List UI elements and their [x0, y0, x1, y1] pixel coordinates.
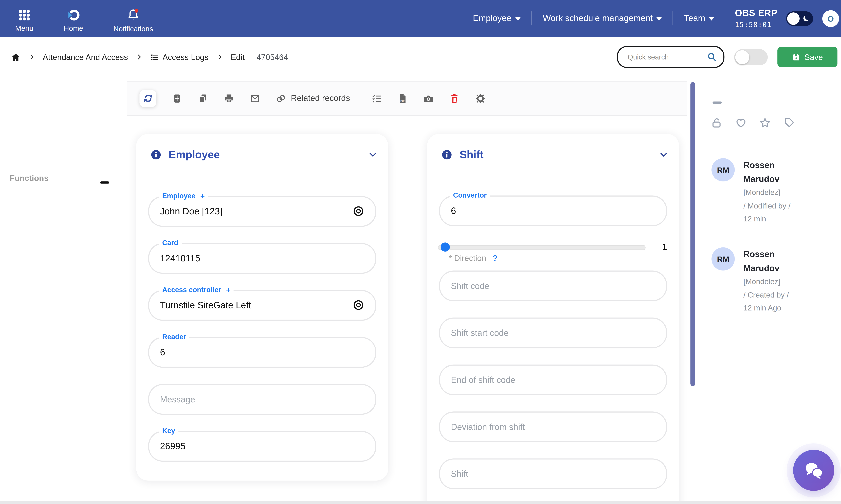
- notification-dot: [135, 9, 138, 13]
- nav-menu-team[interactable]: Team: [673, 14, 725, 23]
- camera-icon[interactable]: [424, 93, 434, 103]
- home-button[interactable]: Home: [64, 8, 83, 32]
- breadcrumb-home[interactable]: [11, 52, 20, 62]
- caret-down-icon: [656, 17, 662, 20]
- activity-action: / Modified by /: [743, 199, 803, 212]
- reader-field[interactable]: Reader 6: [148, 337, 376, 368]
- employee-card: Employee Employee+ John Doe [123] Card 1…: [136, 134, 388, 481]
- end-of-shift-code-field[interactable]: End of shift code: [439, 364, 667, 395]
- avatar: RM: [711, 158, 735, 181]
- record-toolbar: Related records PDF: [127, 81, 687, 115]
- shift-start-code-field[interactable]: Shift start code: [439, 318, 667, 348]
- functions-collapse-button[interactable]: [100, 181, 109, 183]
- refresh-icon: [142, 93, 153, 104]
- key-field[interactable]: Key 26995: [148, 431, 376, 462]
- toggle-knob: [735, 50, 749, 64]
- nav-menu-employee[interactable]: Employee: [462, 14, 531, 23]
- panel-collapse-button[interactable]: [713, 102, 722, 103]
- employee-field[interactable]: Employee+ John Doe [123]: [148, 196, 376, 227]
- functions-title: Functions: [10, 173, 49, 183]
- collapse-chevron-icon[interactable]: [659, 150, 668, 159]
- slider-knob[interactable]: [441, 242, 450, 252]
- email-icon[interactable]: [250, 93, 260, 103]
- message-field[interactable]: Message: [148, 384, 376, 415]
- refresh-button[interactable]: [139, 90, 156, 107]
- record-flags: [711, 116, 795, 129]
- deviation-from-shift-field[interactable]: Deviation from shift: [439, 411, 667, 442]
- chevron-right-icon: [136, 53, 143, 60]
- tag-icon[interactable]: [783, 116, 795, 129]
- user-name: Rossen Marudov: [743, 247, 803, 275]
- convertor-field[interactable]: Convertor 6: [439, 196, 667, 226]
- notifications-label: Notifications: [113, 25, 153, 33]
- heart-icon[interactable]: [735, 116, 747, 129]
- pdf-export-icon[interactable]: PDF: [398, 93, 408, 103]
- dark-mode-toggle[interactable]: [786, 11, 813, 26]
- print-icon[interactable]: [224, 93, 234, 103]
- info-icon: [441, 149, 453, 160]
- shift-code-field[interactable]: Shift code: [439, 270, 667, 301]
- shift-card-title: Shift: [460, 148, 484, 161]
- functions-panel: Functions: [0, 77, 126, 501]
- slider-value: 1: [646, 242, 667, 253]
- settings-gear-icon[interactable]: [476, 93, 486, 103]
- navbar-right: Employee Work schedule management Team O…: [462, 8, 841, 29]
- menu-grid-icon: [17, 8, 32, 22]
- info-icon: [150, 149, 162, 160]
- home-icon: [66, 8, 81, 22]
- nav-menu-work-schedule[interactable]: Work schedule management: [532, 14, 673, 23]
- activity-entry-modified: RM Rossen Marudov [Mondelez] / Modified …: [711, 158, 841, 226]
- caret-down-icon: [709, 17, 714, 20]
- breadcrumb-bar: Attendance And Access Access Logs Edit 4…: [0, 37, 841, 77]
- star-icon[interactable]: [759, 116, 772, 129]
- delete-icon[interactable]: [449, 93, 460, 103]
- brand-block: OBS ERP 15:58:01: [735, 8, 777, 29]
- related-records-label[interactable]: Related records: [291, 93, 350, 103]
- access-controller-field[interactable]: Access controller+ Turnstile SiteGate Le…: [148, 290, 376, 321]
- activity-time: 12 min: [743, 212, 803, 226]
- clock: 15:58:01: [735, 20, 772, 29]
- collapse-chevron-icon[interactable]: [368, 150, 377, 159]
- direction-slider[interactable]: [438, 245, 646, 250]
- save-button[interactable]: Save: [777, 47, 838, 67]
- list-icon: [150, 53, 159, 61]
- unlock-icon[interactable]: [711, 116, 723, 129]
- chat-bubbles-icon: [802, 459, 825, 482]
- add-record-icon[interactable]: [172, 93, 182, 103]
- main-area: Related records PDF: [127, 77, 687, 501]
- direction-help-button[interactable]: ?: [493, 253, 498, 263]
- menu-button[interactable]: Menu: [15, 8, 33, 32]
- breadcrumb: Attendance And Access Access Logs Edit 4…: [0, 52, 288, 62]
- quick-search: [617, 46, 725, 68]
- svg-text:PDF: PDF: [401, 99, 406, 102]
- chat-button[interactable]: [793, 450, 834, 491]
- breadcrumb-actions: Save: [617, 46, 841, 68]
- chevron-right-icon: [28, 53, 35, 60]
- checklist-icon[interactable]: [372, 93, 382, 103]
- notifications-button[interactable]: Notifications: [113, 8, 153, 33]
- shift-field[interactable]: Shift: [439, 458, 667, 489]
- breadcrumb-attendance[interactable]: Attendance And Access: [43, 52, 128, 62]
- card-number-field[interactable]: Card 12410115: [148, 243, 376, 274]
- home-label: Home: [64, 24, 83, 32]
- user-avatar[interactable]: O: [822, 10, 839, 27]
- related-records-icon[interactable]: [276, 93, 286, 103]
- vertical-scrollbar[interactable]: [690, 82, 696, 386]
- shift-card-header: Shift: [441, 148, 668, 161]
- activity-panel: RM Rossen Marudov [Mondelez] / Modified …: [703, 77, 841, 501]
- caret-down-icon: [515, 17, 520, 20]
- bell-icon: [126, 8, 141, 23]
- user-org: [Mondelez]: [743, 186, 803, 199]
- copy-icon[interactable]: [198, 93, 208, 103]
- top-navbar: Menu Home N: [0, 0, 841, 37]
- search-icon[interactable]: [707, 52, 717, 62]
- menu-label: Menu: [15, 24, 33, 32]
- breadcrumb-edit[interactable]: Edit: [230, 52, 244, 62]
- quick-search-input[interactable]: [627, 52, 707, 62]
- user-name: Rossen Marudov: [743, 158, 803, 186]
- view-employee-eye-icon[interactable]: [353, 205, 364, 217]
- breadcrumb-access-logs[interactable]: Access Logs: [150, 52, 208, 62]
- header-toggle[interactable]: [734, 49, 768, 65]
- activity-time: 12 min Ago: [743, 301, 803, 315]
- view-access-controller-eye-icon[interactable]: [353, 299, 364, 311]
